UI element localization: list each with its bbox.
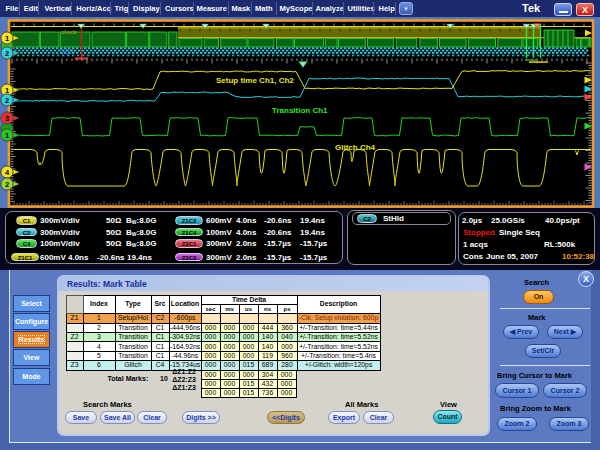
svg-text:1: 1 <box>5 34 9 43</box>
svg-text:2: 2 <box>5 96 9 105</box>
svg-text:2: 2 <box>5 49 9 58</box>
svg-text:Setup time Ch1, Ch2: Setup time Ch1, Ch2 <box>216 76 294 85</box>
svg-text:Transition Ch1: Transition Ch1 <box>272 106 328 115</box>
svg-text:2: 2 <box>5 180 9 189</box>
svg-text:1: 1 <box>5 86 9 95</box>
svg-text:Glitch Ch4: Glitch Ch4 <box>335 143 376 152</box>
svg-text:3: 3 <box>5 114 9 123</box>
svg-text:1: 1 <box>5 131 9 140</box>
svg-text:clock: clock <box>61 29 77 35</box>
